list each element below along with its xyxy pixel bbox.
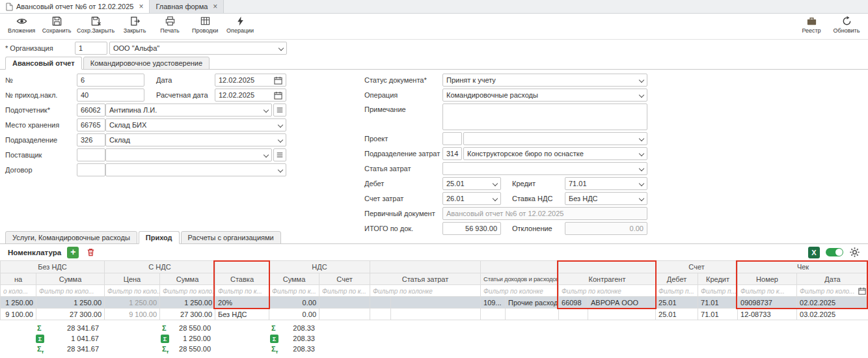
date-field[interactable]: 12.02.2025 bbox=[215, 74, 286, 87]
cell[interactable]: 1 250.00 bbox=[1, 297, 36, 309]
delete-row-button[interactable] bbox=[85, 247, 96, 258]
contract-code[interactable] bbox=[77, 163, 105, 176]
col-price-no-vat[interactable]: на bbox=[1, 273, 36, 285]
cell[interactable]: 27 300.00 bbox=[36, 309, 105, 320]
cell[interactable] bbox=[319, 309, 370, 320]
col-credit[interactable]: Кредит bbox=[698, 273, 738, 285]
cell[interactable]: 25.01 bbox=[656, 309, 698, 320]
cost-department-select[interactable]: Конструкторское бюро по оснастке bbox=[463, 147, 647, 160]
tab-income[interactable]: Приход bbox=[139, 231, 180, 244]
cost-item-select[interactable] bbox=[442, 162, 647, 175]
vat-rate-select[interactable]: Без НДС bbox=[565, 192, 647, 205]
calendar-icon[interactable] bbox=[274, 91, 282, 100]
filter-input[interactable]: Фильтр по коло... bbox=[105, 285, 160, 297]
col-cost-item[interactable]: Статья затрат bbox=[370, 273, 481, 285]
storage-select[interactable]: Склад БИХ bbox=[105, 118, 286, 131]
credit-select[interactable]: 71.01 bbox=[565, 177, 647, 190]
registry-button[interactable]: Реестр bbox=[794, 14, 829, 38]
project-code[interactable] bbox=[442, 132, 462, 145]
total-field[interactable]: 56 930.00 bbox=[442, 222, 501, 235]
organization-select[interactable]: ООО "Альфа" bbox=[109, 42, 287, 55]
filter-input[interactable]: Фильтр по коло... bbox=[160, 285, 215, 297]
gear-icon[interactable] bbox=[849, 247, 860, 258]
cell[interactable] bbox=[370, 297, 391, 309]
cell[interactable] bbox=[370, 309, 391, 320]
cell[interactable]: 9 100.00 bbox=[105, 309, 160, 320]
accountable-person-select[interactable]: Антипина Л.И. bbox=[105, 103, 272, 117]
cell[interactable]: АВРОРА ООО bbox=[588, 297, 656, 309]
cell[interactable]: Прочие расходы, дохо... bbox=[506, 297, 559, 309]
cell[interactable]: 9 100.00 bbox=[1, 309, 36, 320]
add-row-button[interactable]: + bbox=[67, 247, 79, 258]
debit-select[interactable]: 25.01 bbox=[442, 177, 501, 190]
note-field[interactable] bbox=[442, 103, 647, 130]
cell[interactable]: 66098 bbox=[559, 297, 588, 309]
storage-code[interactable]: 66765 bbox=[77, 118, 105, 131]
filter-input[interactable]: Фильтр по колонке bbox=[370, 285, 481, 297]
close-icon[interactable]: × bbox=[213, 2, 217, 11]
cell[interactable]: 109... bbox=[481, 297, 506, 309]
cell[interactable]: 25.01 bbox=[656, 297, 698, 309]
col-income-items[interactable]: Статьи доходов и расходов bbox=[481, 273, 559, 285]
tab-travel-certificate[interactable]: Командировочное удостоверение bbox=[83, 57, 210, 70]
cell[interactable]: 02.02.2025 bbox=[797, 297, 868, 309]
col-debit[interactable]: Дебет bbox=[656, 273, 698, 285]
cell[interactable]: 27 300.00 bbox=[160, 309, 215, 320]
filter-input[interactable]: Фильтр по колонке bbox=[559, 285, 656, 297]
cell[interactable]: 71.01 bbox=[698, 297, 738, 309]
filter-input[interactable]: Фильтр по к... bbox=[738, 285, 797, 297]
calc-date-field[interactable]: 12.02.2025 bbox=[215, 89, 286, 102]
cell[interactable]: 1 250.00 bbox=[36, 297, 105, 309]
cell[interactable] bbox=[391, 297, 481, 309]
supplier-code[interactable] bbox=[77, 148, 105, 161]
col-contractor[interactable]: Контрагент bbox=[559, 273, 656, 285]
col-rate[interactable]: Ставка bbox=[215, 273, 269, 285]
col-vat-sum[interactable]: Сумма bbox=[269, 273, 319, 285]
filter-input[interactable]: Фильтр по коло... bbox=[36, 285, 105, 297]
cell[interactable]: 12-08733 bbox=[738, 309, 797, 320]
col-sum-vat[interactable]: Сумма bbox=[160, 273, 215, 285]
cell[interactable] bbox=[588, 309, 656, 320]
project-select[interactable] bbox=[463, 132, 647, 145]
cell[interactable]: 1 250.00 bbox=[160, 297, 215, 309]
tab-advance-report[interactable]: Авансовый отчет №6 от 12.02.2025 × bbox=[0, 0, 150, 13]
filter-input[interactable]: Фильтр по к... bbox=[215, 285, 269, 297]
cost-department-code[interactable]: 314 bbox=[442, 147, 462, 160]
cost-account-select[interactable]: 26.01 bbox=[442, 192, 501, 205]
table-row[interactable]: 9 100.00 27 300.00 9 100.00 27 300.00 Бе… bbox=[1, 309, 868, 320]
accountable-person-list-button[interactable] bbox=[273, 103, 286, 117]
department-select[interactable]: Склад bbox=[105, 133, 286, 146]
number-field[interactable]: 6 bbox=[77, 74, 144, 87]
cell[interactable]: 09098737 bbox=[738, 297, 797, 309]
close-button[interactable]: Закрыть bbox=[117, 14, 152, 38]
tab-org-settlements[interactable]: Расчеты с организациями bbox=[181, 231, 281, 244]
col-price-vat[interactable]: Цена bbox=[105, 273, 160, 285]
grid-toggle[interactable] bbox=[826, 248, 843, 256]
supplier-select[interactable] bbox=[105, 148, 272, 161]
department-code[interactable]: 326 bbox=[77, 133, 105, 146]
status-select[interactable]: Принят к учету bbox=[442, 74, 647, 87]
cell[interactable] bbox=[506, 309, 559, 320]
calendar-icon[interactable] bbox=[858, 287, 866, 295]
filter-input[interactable]: Фильтр по колонке bbox=[481, 285, 559, 297]
organization-code-field[interactable]: 1 bbox=[75, 42, 107, 55]
supplier-list-button[interactable] bbox=[273, 148, 286, 161]
cell[interactable]: 20% bbox=[215, 297, 269, 309]
refresh-button[interactable]: Обновить bbox=[829, 14, 864, 38]
tab-services-travel[interactable]: Услуги, Командировочные расходы bbox=[5, 231, 137, 244]
filter-input[interactable]: Фильтр по к... bbox=[319, 285, 370, 297]
accountable-person-code[interactable]: 66062 bbox=[77, 103, 105, 117]
operations-button[interactable]: Операции bbox=[223, 14, 258, 38]
filter-input[interactable]: Фильтр по к... bbox=[269, 285, 319, 297]
excel-export-button[interactable]: X bbox=[808, 247, 820, 258]
save-button[interactable]: Сохранить bbox=[39, 14, 74, 38]
col-check-number[interactable]: Номер bbox=[738, 273, 797, 285]
filter-input[interactable]: Фильтр п... bbox=[698, 285, 738, 297]
contract-select[interactable] bbox=[105, 163, 286, 176]
tab-main-form[interactable]: Главная форма × bbox=[150, 0, 224, 13]
table-row[interactable]: 1 250.00 1 250.00 1 250.00 1 250.00 20% … bbox=[1, 297, 868, 309]
save-close-button[interactable]: Сохр.Закрыть bbox=[74, 14, 117, 38]
cell[interactable]: 0.00 bbox=[269, 309, 319, 320]
col-sum-no-vat[interactable]: Сумма bbox=[36, 273, 105, 285]
cell[interactable]: 71.01 bbox=[698, 309, 738, 320]
